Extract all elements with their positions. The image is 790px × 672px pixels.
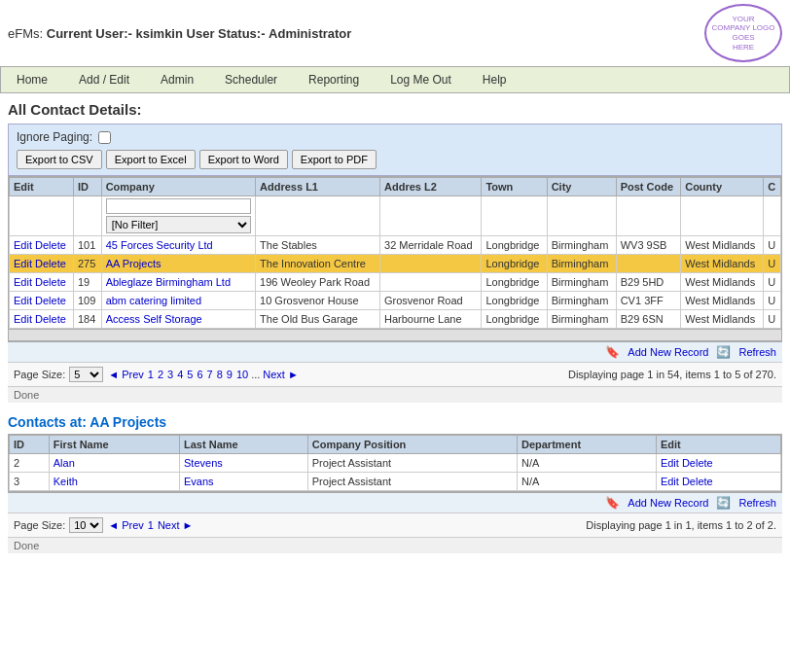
- col-addr2: Addres L2: [380, 178, 482, 196]
- cat-add-new-record-link[interactable]: Add New Record: [628, 497, 708, 509]
- cat-row-dept: N/A: [517, 454, 656, 473]
- row-town: Longbridge: [482, 236, 547, 255]
- edit-link[interactable]: Edit: [14, 239, 32, 251]
- export-buttons: Export to CSV Export to Excel Export to …: [17, 150, 773, 169]
- company-filter-select[interactable]: [No Filter]: [106, 216, 251, 233]
- next-page-link[interactable]: Next ►: [263, 369, 299, 380]
- nav-log-me-out[interactable]: Log Me Out: [375, 67, 467, 92]
- user-status-label: User Status:-: [187, 26, 266, 41]
- prev-page-link[interactable]: ◄ Prev: [108, 369, 144, 380]
- col-postcode: Post Code: [616, 178, 681, 196]
- delete-link[interactable]: Delete: [35, 258, 66, 269]
- cat-row-position: Project Assistant: [307, 454, 517, 473]
- company-logo: YOUR COMPANY LOGO GOES HERE: [704, 4, 782, 62]
- page-2-link[interactable]: 2: [158, 369, 163, 380]
- row-company: Access Self Storage: [101, 310, 255, 329]
- col-company: Company: [101, 178, 255, 196]
- nav-admin[interactable]: Admin: [145, 67, 209, 92]
- page-8-link[interactable]: 8: [217, 369, 223, 380]
- company-filter-input[interactable]: [106, 198, 251, 214]
- row-addr2: 32 Merridale Road: [380, 236, 482, 255]
- refresh-link[interactable]: Refresh: [738, 346, 776, 358]
- cat-next-page-link[interactable]: Next ►: [158, 519, 194, 531]
- page-7-link[interactable]: 7: [207, 369, 213, 380]
- row-col: U: [764, 310, 781, 329]
- row-city: Birmingham: [547, 292, 616, 310]
- row-city: Birmingham: [547, 236, 616, 255]
- refresh-icon: 🔄: [716, 345, 731, 359]
- row-col: U: [764, 236, 781, 255]
- delete-link[interactable]: Delete: [35, 276, 66, 288]
- row-company: abm catering limited: [101, 292, 255, 310]
- contacts-table: Edit ID Company Address L1 Addres L2 Tow…: [9, 177, 781, 329]
- row-town: Longbridge: [482, 273, 547, 292]
- edit-link[interactable]: Edit: [14, 313, 32, 325]
- nav-scheduler[interactable]: Scheduler: [209, 67, 293, 92]
- page-1-link[interactable]: 1: [148, 369, 154, 380]
- cat-page-size-label: Page Size:: [14, 519, 65, 531]
- delete-link[interactable]: Delete: [35, 239, 66, 251]
- page-6-link[interactable]: 6: [197, 369, 202, 380]
- page-5-link[interactable]: 5: [187, 369, 193, 380]
- row-town: Longbridge: [482, 255, 547, 273]
- row-county: West Midlands: [681, 236, 764, 255]
- contacts-at-status: Done: [8, 537, 782, 553]
- row-addr2: Harbourne Lane: [380, 310, 482, 329]
- cat-prev-page-link[interactable]: ◄ Prev: [108, 519, 144, 531]
- export-word-button[interactable]: Export to Word: [199, 150, 288, 169]
- col-edit: Edit: [10, 178, 74, 196]
- row-addr1: The Old Bus Garage: [256, 310, 380, 329]
- cat-row-lastname: Evans: [180, 473, 308, 491]
- page-9-link[interactable]: 9: [227, 369, 233, 380]
- cat-row-position: Project Assistant: [307, 473, 517, 491]
- cat-page-size-select[interactable]: 10 5 25: [69, 517, 103, 533]
- edit-link[interactable]: Edit: [14, 276, 32, 288]
- contacts-table-container: Edit ID Company Address L1 Addres L2 Tow…: [8, 176, 782, 341]
- cat-row-id: 3: [10, 473, 50, 491]
- horizontal-scrollbar[interactable]: [9, 329, 781, 340]
- cat-delete-link[interactable]: Delete: [682, 476, 713, 487]
- row-town: Longbridge: [482, 292, 547, 310]
- delete-link[interactable]: Delete: [35, 295, 66, 306]
- page-4-link[interactable]: 4: [177, 369, 183, 380]
- row-addr2: [380, 273, 482, 292]
- delete-link[interactable]: Delete: [35, 313, 66, 325]
- row-town: Longbridge: [482, 310, 547, 329]
- table-row: Edit Delete 275 AA Projects The Innovati…: [10, 255, 781, 273]
- row-county: West Midlands: [681, 255, 764, 273]
- cat-row-dept: N/A: [517, 473, 656, 491]
- row-id: 19: [73, 273, 101, 292]
- row-company: 45 Forces Security Ltd: [101, 236, 255, 255]
- cat-page-1-link[interactable]: 1: [148, 519, 154, 531]
- export-excel-button[interactable]: Export to Excel: [106, 150, 196, 169]
- cat-col-position: Company Position: [307, 436, 517, 454]
- add-new-record-link[interactable]: Add New Record: [628, 346, 708, 358]
- row-company: Ableglaze Birmingham Ltd: [101, 273, 255, 292]
- edit-link[interactable]: Edit: [14, 258, 32, 269]
- table-row: Edit Delete 109 abm catering limited 10 …: [10, 292, 781, 310]
- row-city: Birmingham: [547, 273, 616, 292]
- cat-edit-link[interactable]: Edit: [661, 476, 679, 487]
- nav-help[interactable]: Help: [467, 67, 522, 92]
- nav-reporting[interactable]: Reporting: [293, 67, 375, 92]
- export-csv-button[interactable]: Export to CSV: [17, 150, 102, 169]
- ignore-paging-checkbox[interactable]: [98, 131, 111, 144]
- cat-add-icon: 🔖: [605, 496, 620, 510]
- contacts-at-add-refresh: 🔖 Add New Record 🔄 Refresh: [605, 496, 776, 510]
- nav-home[interactable]: Home: [1, 67, 63, 92]
- col-c: C: [764, 178, 781, 196]
- table-row: Edit Delete 101 45 Forces Security Ltd T…: [10, 236, 781, 255]
- page-size-select[interactable]: 5 10 25 50: [69, 367, 103, 382]
- cat-col-id: ID: [10, 436, 50, 454]
- edit-link[interactable]: Edit: [14, 295, 32, 306]
- page-3-link[interactable]: 3: [167, 369, 173, 380]
- page-10-link[interactable]: 10: [236, 369, 248, 380]
- row-postcode: B29 6SN: [616, 310, 681, 329]
- cat-delete-link[interactable]: Delete: [682, 457, 713, 469]
- contacts-at-title: Contacts at: AA Projects: [8, 414, 782, 430]
- row-col: U: [764, 292, 781, 310]
- cat-refresh-link[interactable]: Refresh: [738, 497, 776, 509]
- nav-add-edit[interactable]: Add / Edit: [63, 67, 145, 92]
- cat-edit-link[interactable]: Edit: [661, 457, 679, 469]
- export-pdf-button[interactable]: Export to PDF: [292, 150, 377, 169]
